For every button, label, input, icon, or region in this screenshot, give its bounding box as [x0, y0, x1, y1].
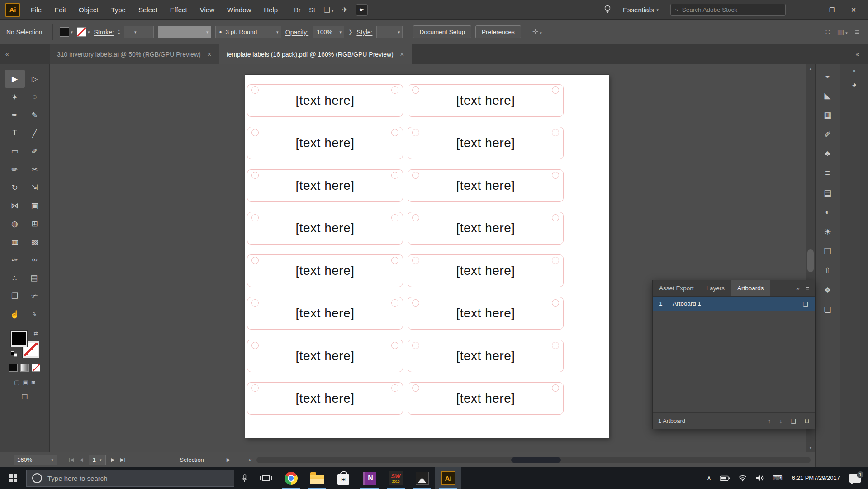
collapse-panel-icon[interactable]: »	[796, 285, 799, 292]
label-cell[interactable]: [text here]	[408, 127, 564, 159]
label-cell[interactable]: [text here]	[247, 84, 403, 117]
label-cell[interactable]: [text here]	[247, 382, 403, 415]
horizontal-scroll-thumb[interactable]	[511, 457, 561, 463]
panel-menu-icon[interactable]: ≡	[806, 285, 809, 292]
stroke-color-dropdown[interactable]: ▾	[77, 27, 90, 37]
artboard-tool[interactable]: ❐	[5, 287, 25, 305]
taskbar-search-input[interactable]	[47, 475, 228, 482]
lasso-tool[interactable]: ◌	[25, 88, 45, 106]
move-down-icon[interactable]: ↓	[779, 417, 783, 425]
zoom-tool[interactable]: ♀	[25, 305, 45, 323]
slice-tool[interactable]: ✃	[25, 287, 45, 305]
libraries-panel-button[interactable]: ◕	[844, 75, 864, 95]
symbols-panel-button[interactable]: ♣	[818, 144, 838, 163]
collapse-dock-icon[interactable]: «	[856, 51, 859, 58]
artboard-page-icon[interactable]: ❏	[802, 300, 815, 307]
dock-columns-icon[interactable]: ▥▾	[837, 28, 848, 36]
microphone-button[interactable]	[234, 467, 254, 489]
zoom-level-select[interactable]: 160% ▾	[14, 455, 57, 465]
draw-behind-icon[interactable]: ▣	[23, 379, 28, 386]
menu-select[interactable]: Select	[132, 0, 164, 20]
symbol-sprayer-tool[interactable]: ∴	[5, 269, 25, 287]
rectangle-tool[interactable]: ▭	[5, 142, 25, 160]
illustrator-logo[interactable]: Ai	[5, 3, 20, 17]
gradient-tool[interactable]: ▩	[25, 233, 45, 251]
taskbar-chrome-button[interactable]	[278, 467, 304, 489]
label-cell[interactable]: [text here]	[247, 127, 403, 159]
tab-close-icon[interactable]: ✕	[207, 51, 212, 58]
new-artboard-icon[interactable]: ❏	[791, 417, 797, 425]
workspace-switcher[interactable]: Essentials ▾	[623, 6, 659, 14]
volume-icon[interactable]	[751, 467, 768, 489]
pen-tool[interactable]: ✒	[5, 106, 25, 124]
label-cell[interactable]: [text here]	[408, 254, 564, 287]
battery-icon[interactable]	[716, 467, 734, 489]
status-collapse-icon[interactable]: «	[248, 456, 251, 463]
none-button[interactable]	[32, 364, 40, 372]
first-artboard-button[interactable]: |◀	[69, 457, 74, 463]
wifi-icon[interactable]	[734, 467, 751, 489]
type-tool[interactable]: T	[5, 124, 25, 142]
style-panel-link[interactable]: Style:	[356, 29, 372, 36]
draw-normal-icon[interactable]: ▢	[14, 379, 19, 386]
artboard-number-field[interactable]: 1 ▾	[89, 455, 106, 465]
eyedropper-tool[interactable]: ✑	[5, 251, 25, 269]
swatches-panel-button[interactable]: ▦	[818, 105, 838, 125]
opacity-select[interactable]: 100% ▾	[313, 26, 344, 38]
close-button[interactable]: ✕	[843, 0, 864, 20]
label-cell[interactable]: [text here]	[247, 297, 403, 330]
bridge-icon[interactable]: Br	[294, 6, 301, 14]
document-setup-button[interactable]: Document Setup	[413, 25, 471, 38]
rotate-tool[interactable]: ↻	[5, 178, 25, 197]
direct-selection-tool[interactable]: ▷	[25, 70, 45, 88]
stock-search[interactable]: ♀	[670, 4, 786, 16]
panel-tab-layers[interactable]: Layers	[700, 280, 731, 296]
layers-panel-button[interactable]: ❖	[818, 280, 838, 300]
menu-edit[interactable]: Edit	[48, 0, 72, 20]
delete-artboard-icon[interactable]: ⊔	[804, 417, 809, 425]
grid-view-icon[interactable]: ∷	[825, 28, 830, 36]
panel-tab-asset-export[interactable]: Asset Export	[653, 280, 700, 296]
label-cell[interactable]: [text here]	[408, 297, 564, 330]
expand-panels-icon[interactable]: «	[853, 65, 856, 75]
status-display[interactable]: Selection ▶	[180, 456, 230, 463]
hidden-icons-button[interactable]: ∧	[702, 467, 716, 489]
start-button[interactable]	[0, 467, 26, 489]
menu-type[interactable]: Type	[104, 0, 132, 20]
appearance-panel-button[interactable]: ☀	[818, 222, 838, 241]
scroll-down-icon[interactable]: ▾	[809, 443, 811, 452]
taskbar-solidworks-button[interactable]: SW 2016	[383, 467, 409, 489]
asset-export-panel-button[interactable]: ⇧	[818, 261, 838, 280]
document-tab[interactable]: 310 invertory labels.ai @ 50% (RGB/GPU P…	[50, 44, 219, 64]
free-transform-tool[interactable]: ▣	[25, 197, 45, 215]
artboard[interactable]: [text here][text here][text here][text h…	[245, 75, 609, 438]
label-cell[interactable]: [text here]	[247, 340, 403, 372]
horizontal-scrollbar[interactable]	[256, 457, 811, 463]
fill-color-dropdown[interactable]: ▾	[60, 27, 73, 37]
task-view-button[interactable]	[254, 467, 278, 489]
brush-definition-select[interactable]: • 3 pt. Round ▾	[215, 26, 281, 38]
taskbar-onenote-button[interactable]: N	[356, 467, 383, 489]
scale-tool[interactable]: ⇲	[25, 178, 45, 197]
hint-bulb-icon[interactable]	[604, 5, 611, 15]
last-artboard-button[interactable]: ▶|	[120, 457, 125, 463]
paintbrush-tool[interactable]: ✐	[25, 142, 45, 160]
menu-file[interactable]: File	[24, 0, 48, 20]
fill-proxy[interactable]	[11, 331, 27, 347]
brushes-panel-button[interactable]: ✐	[818, 125, 838, 144]
label-cell[interactable]: [text here]	[247, 169, 403, 202]
share-icon[interactable]: ✈	[342, 5, 347, 14]
taskbar-search[interactable]	[26, 470, 234, 487]
panel-tab-artboards[interactable]: Artboards	[731, 280, 770, 296]
color-button[interactable]	[9, 364, 18, 372]
taskbar-store-button[interactable]: ⊞	[330, 467, 356, 489]
label-cell[interactable]: [text here]	[408, 84, 564, 117]
collapse-tools-icon[interactable]: «	[0, 44, 50, 64]
line-segment-tool[interactable]: ╱	[25, 124, 45, 142]
width-profile-select[interactable]: ▾	[158, 26, 211, 38]
scissors-tool[interactable]: ✂	[25, 160, 45, 178]
vertical-scroll-thumb[interactable]	[807, 249, 814, 272]
mesh-tool[interactable]: ▦	[5, 233, 25, 251]
style-select[interactable]: ▾	[376, 26, 403, 38]
opacity-panel-link[interactable]: Opacity:	[285, 29, 308, 36]
